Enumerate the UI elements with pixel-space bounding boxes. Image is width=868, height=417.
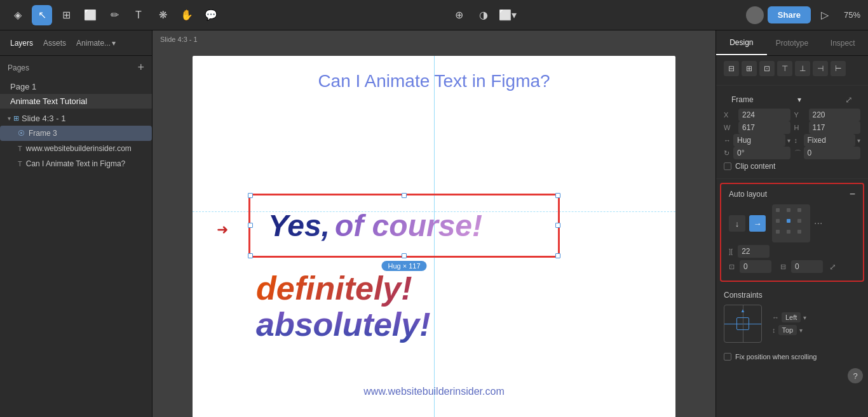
tab-assets[interactable]: Assets xyxy=(38,36,71,50)
x-field[interactable]: X 224 xyxy=(724,109,790,121)
al-dot-tr[interactable] xyxy=(797,208,801,212)
resize-tl[interactable] xyxy=(248,193,253,198)
constraint-left-val[interactable]: Left xyxy=(782,312,801,322)
tab-design[interactable]: Design xyxy=(716,30,767,55)
rotation-corner-row: ↻ 0° ⌒ 0 xyxy=(724,147,860,159)
page-item-1[interactable]: Page 1 xyxy=(0,79,152,94)
hug-w-value[interactable]: Hug xyxy=(733,134,785,147)
resize-tm[interactable] xyxy=(402,193,407,198)
al-pad-expand-btn[interactable]: ⤢ xyxy=(829,262,836,272)
play-button[interactable]: ▷ xyxy=(815,5,835,25)
y-value[interactable]: 220 xyxy=(809,109,861,121)
al-dot-bl[interactable] xyxy=(776,230,780,234)
align-top[interactable]: ⊤ xyxy=(777,61,792,76)
fix-scroll-checkbox[interactable] xyxy=(724,353,731,361)
align-center-h[interactable]: ⊞ xyxy=(742,61,757,76)
tab-animate[interactable]: Animate... ▾ xyxy=(71,36,121,50)
tool-hand[interactable]: ✋ xyxy=(177,5,197,25)
auto-layout-minus[interactable]: − xyxy=(850,189,855,199)
resize-tr[interactable] xyxy=(555,193,560,198)
tool-select[interactable]: ↖ xyxy=(32,5,52,25)
hug-h-value[interactable]: Fixed xyxy=(804,134,856,147)
add-page-button[interactable]: + xyxy=(137,61,144,74)
w-value[interactable]: 617 xyxy=(738,121,790,134)
tool-pen[interactable]: ✏ xyxy=(104,5,125,25)
align-distribute[interactable]: ⊢ xyxy=(831,61,846,76)
position-row: X 224 Y 220 xyxy=(724,109,860,121)
layer-parent-slide[interactable]: ▾ ⊞ Slide 4:3 - 1 xyxy=(0,111,152,126)
corner-field[interactable]: ⌒ 0 xyxy=(794,147,861,159)
resize-ml[interactable] xyxy=(248,223,253,228)
tool-comment[interactable]: 💬 xyxy=(201,5,221,25)
page-item-2[interactable]: Animate Text Tutorial xyxy=(0,94,152,109)
resize-bm[interactable] xyxy=(402,253,407,258)
al-right-btn[interactable]: → xyxy=(749,215,766,232)
al-dot-bc[interactable] xyxy=(787,230,790,234)
hug-h-field[interactable]: ↕ Fixed ▾ xyxy=(794,134,861,147)
canvas-slide: Can I Animate Text in Figma? ➜ xyxy=(193,56,675,417)
tool-text[interactable]: T xyxy=(128,5,149,25)
tool-component[interactable]: ❋ xyxy=(153,5,173,25)
al-dot-tl[interactable] xyxy=(776,208,780,212)
w-field[interactable]: W 617 xyxy=(724,121,790,134)
al-dot-ml[interactable] xyxy=(776,219,780,223)
hug-w-field[interactable]: ↔ Hug ▾ xyxy=(724,134,790,147)
tab-prototype[interactable]: Prototype xyxy=(767,30,818,55)
share-button[interactable]: Share xyxy=(768,6,811,23)
zoom-level[interactable]: 75% xyxy=(844,10,860,20)
rotation-field[interactable]: ↻ 0° xyxy=(724,147,790,159)
tool-figma-menu[interactable]: ◈ xyxy=(8,5,28,25)
constraint-top-val[interactable]: Top xyxy=(778,325,797,335)
selected-frame[interactable]: Yes, of course! Hug × 117 xyxy=(248,194,560,258)
canvas-area[interactable]: Slide 4:3 - 1 Can I Animate Text in Figm… xyxy=(153,30,715,417)
al-spacing-input[interactable]: 22 xyxy=(738,245,770,258)
h-value[interactable]: 117 xyxy=(809,121,861,134)
auto-layout-section: Auto layout − ↓ → ··· xyxy=(720,183,864,282)
tool-contrast[interactable]: ◑ xyxy=(473,5,494,25)
x-value[interactable]: 224 xyxy=(738,109,790,121)
layer-item-title[interactable]: T Can I Animate Text in Figma? xyxy=(0,156,152,171)
tab-layers[interactable]: Layers xyxy=(5,36,38,50)
resize-br[interactable] xyxy=(555,253,560,258)
align-center-v[interactable]: ⊥ xyxy=(795,61,810,76)
constraint-left-chevron[interactable]: ▾ xyxy=(803,314,806,321)
panel-tabs: Layers Assets Animate... ▾ xyxy=(0,30,152,56)
tool-frame[interactable]: ⊞ xyxy=(56,5,76,25)
rotation-value[interactable]: 0° xyxy=(733,147,790,159)
layer-item-url[interactable]: T www.websitebuilderinsider.com xyxy=(0,141,152,156)
help-area: ? xyxy=(716,366,868,386)
hug-w-chevron[interactable]: ▾ xyxy=(787,137,790,144)
resize-bl[interactable] xyxy=(248,253,253,258)
y-label: Y xyxy=(794,111,807,119)
corner-value[interactable]: 0 xyxy=(804,147,861,159)
al-dot-mc[interactable] xyxy=(787,219,790,223)
al-pad-left-input[interactable]: 0 xyxy=(740,260,771,273)
al-pad-right-input[interactable]: 0 xyxy=(791,260,823,273)
clip-content-checkbox[interactable] xyxy=(724,162,731,170)
al-dot-tc[interactable] xyxy=(787,208,790,212)
tool-components[interactable]: ⊕ xyxy=(449,5,470,25)
hug-h-chevron[interactable]: ▾ xyxy=(857,137,860,144)
align-bottom[interactable]: ⊣ xyxy=(813,61,828,76)
y-field[interactable]: Y 220 xyxy=(794,109,861,121)
frame3-container[interactable]: Yes, of course! Hug × 117 definitely! ab… xyxy=(248,194,560,343)
frame-fullscreen-btn[interactable]: ⤢ xyxy=(845,95,853,105)
al-alignment-grid[interactable] xyxy=(772,204,810,242)
align-left[interactable]: ⊟ xyxy=(724,61,739,76)
tool-shape[interactable]: ⬜ xyxy=(80,5,100,25)
resize-mr[interactable] xyxy=(555,223,560,228)
al-dot-br[interactable] xyxy=(797,230,801,234)
al-down-btn[interactable]: ↓ xyxy=(729,215,745,232)
al-dot-mr[interactable] xyxy=(797,219,801,223)
frame-expand-icon[interactable]: ▾ xyxy=(797,95,801,104)
help-button[interactable]: ? xyxy=(848,368,863,383)
tab-inspect[interactable]: Inspect xyxy=(817,30,868,55)
constraint-top-chevron[interactable]: ▾ xyxy=(799,327,803,334)
hug-badge: Hug × 117 xyxy=(381,261,426,271)
hug-h-icon: ↕ xyxy=(794,136,802,144)
h-field[interactable]: H 117 xyxy=(794,121,861,134)
al-more-btn[interactable]: ··· xyxy=(814,218,822,229)
align-right[interactable]: ⊡ xyxy=(759,61,775,76)
tool-view-options[interactable]: ⬜▾ xyxy=(498,5,518,25)
layer-item-frame3[interactable]: ⦿ Frame 3 xyxy=(0,126,152,141)
